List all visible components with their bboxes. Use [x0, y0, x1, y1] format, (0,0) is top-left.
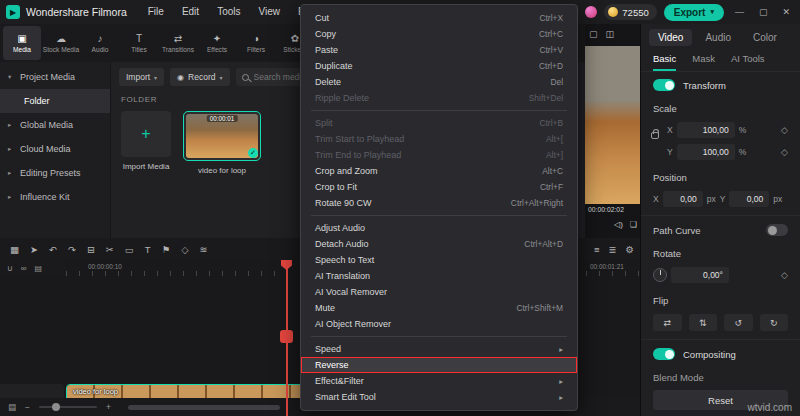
track-list-icon[interactable]: ≡ — [594, 244, 600, 255]
account-avatar[interactable] — [585, 6, 597, 18]
flip-horizontal-button[interactable]: ⇄ — [653, 314, 682, 331]
rotate-knob[interactable] — [653, 268, 667, 282]
crop-icon[interactable]: ▭ — [125, 244, 134, 255]
track-box-icon[interactable]: ▤ — [35, 264, 43, 273]
fullscreen-icon[interactable]: ❏ — [630, 220, 637, 229]
import-button[interactable]: Import ▾ — [119, 68, 164, 86]
menu-item-ai-translation[interactable]: AI Translation — [301, 268, 577, 284]
menu-item-smart-edit-tool[interactable]: Smart Edit Tool▸ — [301, 389, 577, 405]
scale-x-field[interactable]: 100,00 — [677, 122, 735, 138]
subtab-basic[interactable]: Basic — [653, 53, 676, 71]
video-thumbnail[interactable]: 00:00:01 ✓ — [183, 111, 261, 161]
zoom-out-icon[interactable]: − — [25, 402, 30, 412]
menu-item-ai-vocal-remover[interactable]: AI Vocal Remover — [301, 284, 577, 300]
position-x-field[interactable]: 0,00 — [663, 191, 703, 207]
menu-item-detach-audio[interactable]: Detach AudioCtrl+Alt+D — [301, 236, 577, 252]
panel-toggle-icon[interactable]: ▤ — [8, 402, 16, 412]
sidebar-item-influence-kit[interactable]: ▸ Influence Kit — [0, 185, 110, 209]
position-y-field[interactable]: 0,00 — [729, 191, 769, 207]
sidebar-item-cloud-media[interactable]: ▸ Cloud Media — [0, 137, 110, 161]
menu-item-copy[interactable]: CopyCtrl+C — [301, 26, 577, 42]
preview-compare-icon[interactable]: ◫ — [606, 29, 615, 39]
menu-item-crop-and-zoom[interactable]: Crop and ZoomAlt+C — [301, 163, 577, 179]
tab-audio-settings[interactable]: Audio — [696, 29, 740, 46]
record-button[interactable]: ◉ Record ▾ — [170, 68, 229, 86]
menu-item-speech-to-text[interactable]: Speech to Text — [301, 252, 577, 268]
preview-viewport[interactable] — [585, 46, 640, 204]
rotate-ccw-button[interactable]: ↺ — [724, 314, 753, 331]
tab-titles[interactable]: T Titles — [120, 26, 158, 60]
tab-effects[interactable]: ✦ Effects — [198, 26, 236, 60]
preview-mode-icon[interactable]: ▢ — [589, 29, 598, 39]
tab-filters[interactable]: ◑ Filters — [237, 26, 275, 60]
menu-item-reverse[interactable]: Reverse — [301, 357, 577, 373]
keyframe-icon[interactable]: ◇ — [181, 244, 188, 255]
subtab-mask[interactable]: Mask — [692, 53, 715, 71]
snap-icon[interactable]: ∪ — [7, 264, 13, 273]
rotate-cw-button[interactable]: ↻ — [760, 314, 789, 331]
sidebar-item-folder[interactable]: Folder — [0, 89, 110, 113]
split-icon[interactable]: ✂ — [106, 244, 114, 255]
menu-item-effect-filter[interactable]: Effect&Filter▸ — [301, 373, 577, 389]
tab-media[interactable]: ▣ Media — [3, 26, 41, 60]
workspace-layout-icon[interactable]: ▦ — [10, 244, 19, 255]
export-button[interactable]: Export ▾ — [664, 4, 724, 21]
close-button[interactable]: ✕ — [778, 7, 794, 17]
import-media-dropzone[interactable]: + — [121, 111, 171, 157]
menu-item-paste[interactable]: PasteCtrl+V — [301, 42, 577, 58]
minimize-button[interactable]: — — [731, 7, 748, 17]
tab-audio[interactable]: ♪ Audio — [81, 26, 119, 60]
menu-tools[interactable]: Tools — [208, 0, 249, 24]
transform-toggle[interactable] — [653, 79, 675, 91]
sidebar-item-global-media[interactable]: ▸ Global Media — [0, 113, 110, 137]
keyframe-diamond-icon[interactable]: ◇ — [781, 270, 788, 280]
compositing-toggle[interactable] — [653, 348, 675, 360]
rotate-field[interactable]: 0,00° — [671, 267, 729, 283]
sidebar-item-editing-presets[interactable]: ▸ Editing Presets — [0, 161, 110, 185]
menu-item-rotate-90-cw[interactable]: Rotate 90 CWCtrl+Alt+Right — [301, 195, 577, 211]
sidebar-item-project-media[interactable]: ▾ Project Media — [0, 65, 110, 89]
menu-item-duplicate[interactable]: DuplicateCtrl+D — [301, 58, 577, 74]
menu-item-delete[interactable]: DeleteDel — [301, 74, 577, 90]
timeline-horizontal-scrollbar[interactable] — [128, 405, 280, 410]
tab-transitions[interactable]: ⇄ Transitions — [159, 26, 197, 60]
menu-item-ai-object-remover[interactable]: AI Object Remover — [301, 316, 577, 332]
marker-icon[interactable]: ⚑ — [162, 244, 171, 255]
delete-icon[interactable]: ⊟ — [87, 244, 95, 255]
menu-item-speed[interactable]: Speed▸ — [301, 341, 577, 357]
menu-item-trim-end[interactable]: Trim End to PlayheadAlt+] — [301, 147, 577, 163]
scale-y-field[interactable]: 100,00 — [677, 144, 735, 160]
menu-item-adjust-audio[interactable]: Adjust Audio — [301, 220, 577, 236]
maximize-button[interactable]: ▢ — [755, 7, 772, 17]
import-media-card[interactable]: + Import Media — [121, 111, 171, 171]
track-manage-icon[interactable]: ≣ — [609, 244, 617, 255]
link-icon[interactable]: ∞ — [21, 264, 27, 273]
pointer-tool-icon[interactable]: ➤ — [30, 244, 38, 255]
timeline-settings-icon[interactable]: ⚙ — [625, 244, 634, 255]
menu-item-trim-start[interactable]: Trim Start to PlayheadAlt+[ — [301, 131, 577, 147]
keyframe-diamond-icon[interactable]: ◇ — [781, 147, 788, 157]
flip-vertical-button[interactable]: ⇅ — [689, 314, 718, 331]
menu-edit[interactable]: Edit — [173, 0, 208, 24]
tab-video[interactable]: Video — [649, 29, 692, 46]
mixer-icon[interactable]: ≋ — [199, 244, 207, 255]
keyframe-diamond-icon[interactable]: ◇ — [781, 125, 788, 135]
undo-icon[interactable]: ↶ — [49, 244, 57, 255]
playhead-knob[interactable] — [280, 330, 293, 343]
menu-item-ripple-delete[interactable]: Ripple DeleteShift+Del — [301, 90, 577, 106]
redo-icon[interactable]: ↷ — [68, 244, 76, 255]
coins-badge[interactable]: 72550 — [604, 4, 656, 20]
path-curve-toggle[interactable] — [766, 224, 788, 236]
video-clip-card[interactable]: 00:00:01 ✓ video for loop — [183, 111, 261, 175]
zoom-in-icon[interactable]: + — [106, 402, 111, 412]
subtab-ai-tools[interactable]: AI Tools — [731, 53, 765, 71]
lock-ratio-icon[interactable] — [651, 132, 659, 139]
menu-item-split[interactable]: SplitCtrl+B — [301, 115, 577, 131]
menu-item-mute[interactable]: MuteCtrl+Shift+M — [301, 300, 577, 316]
tab-color[interactable]: Color — [744, 29, 786, 46]
speaker-icon[interactable]: ◁) — [614, 220, 623, 229]
tab-stock-media[interactable]: ☁ Stock Media — [42, 26, 80, 60]
text-tool-icon[interactable]: T — [145, 244, 151, 255]
timeline-zoom-slider[interactable] — [39, 406, 97, 408]
zoom-slider-handle[interactable] — [52, 403, 60, 411]
